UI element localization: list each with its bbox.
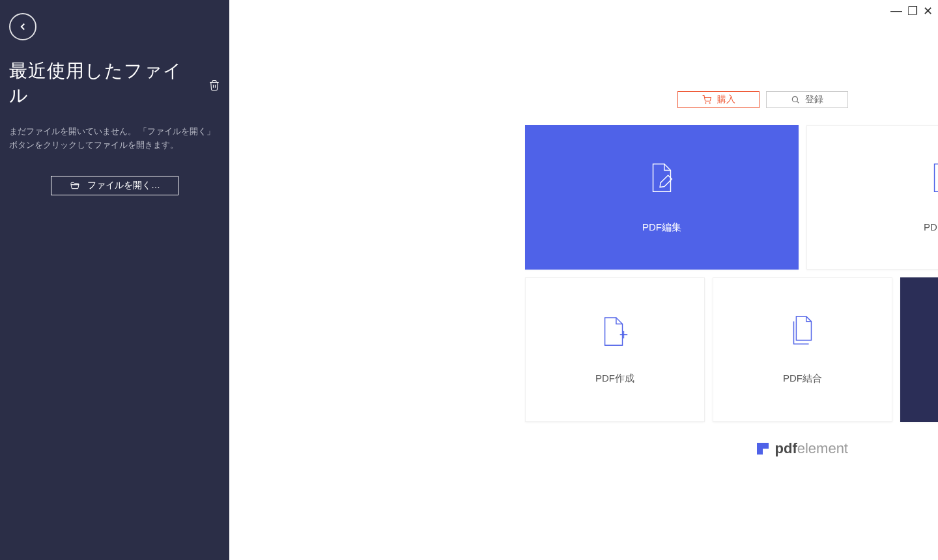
svg-line-3 [797,102,799,104]
back-button[interactable] [9,13,36,40]
top-action-buttons: 購入 登録 [677,91,848,108]
logo-icon [757,443,769,455]
branding-bold: pdf [775,440,797,456]
tile-pdf-create[interactable]: PDF作成 [525,277,705,422]
document-convert-icon [928,161,938,194]
tile-label: PDF結合 [783,372,822,385]
svg-point-0 [705,103,706,104]
tile-pdf-combine[interactable]: PDF結合 [713,277,892,422]
tile-row-2: PDF作成 PDF結合 PDFテンプレート [525,277,938,422]
branding-light: element [797,440,848,456]
close-button[interactable]: ✕ [923,4,933,18]
sidebar-title-row: 最近使用したファイル [9,59,220,108]
chevron-left-icon [17,21,29,33]
minimize-button[interactable]: ― [890,4,902,18]
trash-icon [208,79,220,92]
tile-pdf-convert[interactable]: PDF変換 [806,125,938,270]
open-file-button[interactable]: ファイルを開く… [51,176,178,195]
document-stack-icon [787,315,818,348]
sidebar-empty-message: まだファイルを開いていません。 「ファイルを開く」ボタンをクリックしてファイルを… [9,125,220,152]
tile-row-1: PDF編集 PDF変換 [525,125,938,270]
folder-open-icon [69,180,81,191]
sidebar: 最近使用したファイル まだファイルを開いていません。 「ファイルを開く」ボタンを… [0,0,229,560]
trash-button[interactable] [208,75,220,92]
svg-point-2 [792,96,797,102]
open-file-label: ファイルを開く… [87,180,160,191]
purchase-label: 購入 [717,94,735,105]
register-button[interactable]: 登録 [766,91,848,108]
branding-text: pdfelement [775,440,848,457]
search-icon [791,95,800,104]
sidebar-title: 最近使用したファイル [9,59,198,108]
tile-label: PDF編集 [642,221,681,234]
window-controls: ― ❐ ✕ [890,4,933,18]
main-area: ― ❐ ✕ 購入 登録 [229,0,938,560]
maximize-button[interactable]: ❐ [907,4,918,18]
purchase-button[interactable]: 購入 [677,91,760,108]
tile-label: PDF変換 [924,221,938,234]
tile-label: PDF作成 [595,372,634,385]
branding: pdfelement [757,440,848,457]
tiles-grid: PDF編集 PDF変換 PDF作成 [525,125,938,430]
tile-pdf-template[interactable]: PDFテンプレート [900,277,938,422]
document-plus-icon [599,315,631,348]
document-edit-icon [646,161,677,194]
app-root: 最近使用したファイル まだファイルを開いていません。 「ファイルを開く」ボタンを… [0,0,938,560]
cart-icon [702,95,712,104]
tile-pdf-edit[interactable]: PDF編集 [525,125,799,270]
register-label: 登録 [805,94,823,105]
svg-point-1 [709,103,710,104]
